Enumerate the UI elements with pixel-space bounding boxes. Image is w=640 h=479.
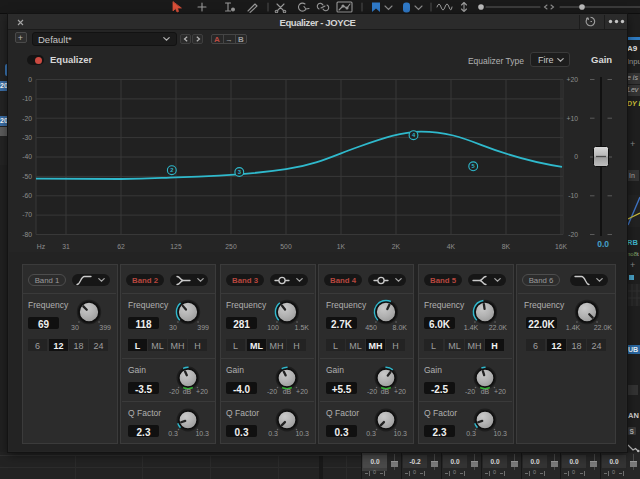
svg-text:-30: -30 (22, 134, 32, 141)
svg-text:+20: +20 (566, 76, 578, 83)
svg-text:62: 62 (117, 243, 125, 250)
svg-text:-80: -80 (22, 231, 32, 238)
svg-text:0: 0 (28, 76, 32, 83)
svg-text:+10: +10 (566, 115, 578, 122)
svg-text:16K: 16K (555, 243, 568, 250)
svg-text:500: 500 (280, 243, 292, 250)
svg-text:250: 250 (225, 243, 237, 250)
svg-text:31: 31 (62, 243, 70, 250)
svg-text:-20: -20 (568, 231, 578, 238)
svg-text:-50: -50 (22, 173, 32, 180)
svg-text:1K: 1K (337, 243, 346, 250)
svg-text:0: 0 (574, 153, 578, 160)
svg-text:-10: -10 (22, 95, 32, 102)
svg-text:2K: 2K (392, 243, 401, 250)
svg-text:8K: 8K (502, 243, 511, 250)
svg-text:125: 125 (170, 243, 182, 250)
svg-text:2: 2 (170, 167, 173, 173)
svg-text:-40: -40 (22, 153, 32, 160)
svg-text:-20: -20 (22, 115, 32, 122)
svg-text:-70: -70 (22, 211, 32, 218)
svg-text:4K: 4K (447, 243, 456, 250)
svg-text:0.0: 0.0 (597, 239, 609, 249)
svg-text:Hz: Hz (37, 243, 46, 250)
svg-text:-60: -60 (22, 192, 32, 199)
svg-text:-10: -10 (568, 192, 578, 199)
